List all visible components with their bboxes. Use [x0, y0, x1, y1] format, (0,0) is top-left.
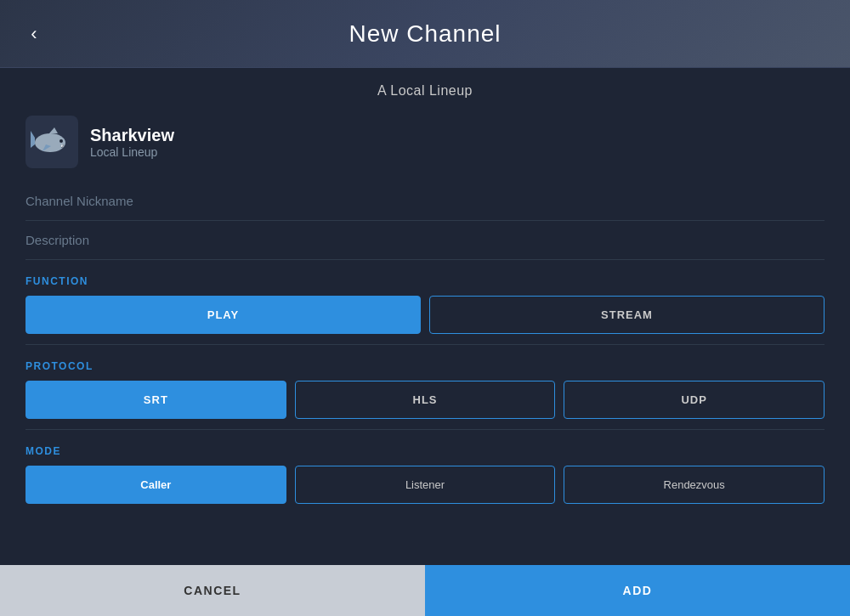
- brand-subtitle: Local Lineup: [90, 145, 174, 159]
- description-input[interactable]: [26, 221, 824, 260]
- brand-logo: [26, 116, 78, 168]
- description-wrapper: [0, 221, 850, 260]
- lineup-title: A Local Lineup: [0, 68, 850, 109]
- back-button[interactable]: ‹: [17, 17, 51, 51]
- protocol-udp-button[interactable]: UDP: [564, 381, 824, 419]
- svg-point-4: [60, 139, 63, 143]
- add-button[interactable]: ADD: [425, 565, 850, 616]
- mode-listener-button[interactable]: Listener: [295, 466, 556, 504]
- brand-text: Sharkview Local Lineup: [90, 126, 174, 159]
- brand-name: Sharkview: [90, 126, 174, 145]
- function-label: FUNCTION: [0, 260, 850, 296]
- cancel-button[interactable]: CANCEL: [0, 565, 425, 616]
- mode-rendezvous-button[interactable]: Rendezvous: [564, 466, 824, 504]
- shark-icon: [31, 121, 73, 163]
- mode-label: MODE: [0, 430, 850, 466]
- function-stream-button[interactable]: STREAM: [429, 296, 824, 334]
- bottom-bar: CANCEL ADD: [0, 565, 850, 616]
- header: ‹ New Channel: [0, 0, 850, 68]
- mode-caller-button[interactable]: Caller: [26, 466, 286, 504]
- svg-point-0: [35, 133, 65, 152]
- protocol-srt-button[interactable]: SRT: [26, 381, 286, 419]
- protocol-hls-button[interactable]: HLS: [295, 381, 556, 419]
- nickname-wrapper: [0, 182, 850, 221]
- svg-marker-2: [49, 127, 58, 133]
- protocol-label: PROTOCOL: [0, 345, 850, 381]
- function-play-button[interactable]: PLAY: [26, 296, 421, 334]
- function-button-group: PLAY STREAM: [0, 296, 850, 334]
- channel-nickname-input[interactable]: [26, 182, 824, 221]
- protocol-button-group: SRT HLS UDP: [0, 381, 850, 419]
- brand-row: Sharkview Local Lineup: [0, 109, 850, 182]
- mode-button-group: Caller Listener Rendezvous: [0, 466, 850, 504]
- page-title: New Channel: [348, 20, 501, 48]
- svg-marker-1: [31, 131, 35, 148]
- chevron-left-icon: ‹: [31, 23, 37, 45]
- content-area: A Local Lineup: [0, 68, 850, 616]
